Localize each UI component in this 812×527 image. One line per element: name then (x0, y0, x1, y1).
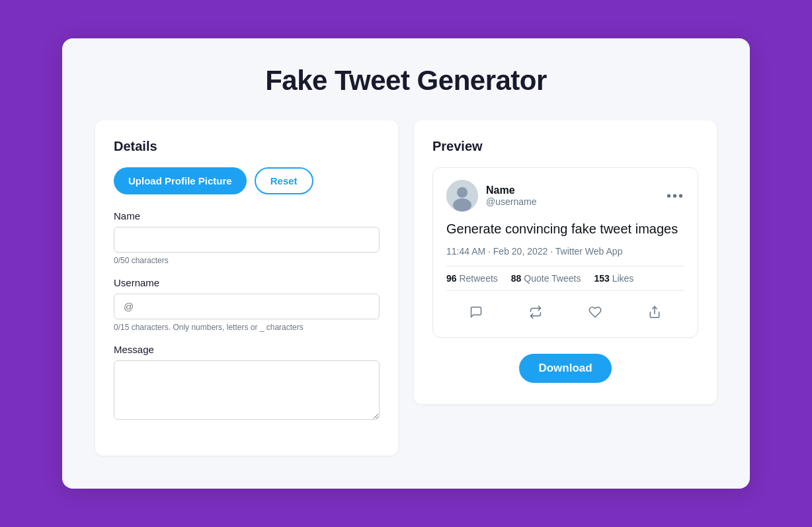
reset-button[interactable]: Reset (255, 167, 313, 194)
message-textarea[interactable] (114, 360, 380, 420)
tweet-card: Name @username ••• Generate convincing f… (432, 167, 698, 338)
page-title: Fake Tweet Generator (95, 65, 717, 97)
columns-layout: Details Upload Profile Picture Reset Nam… (95, 120, 717, 456)
tweet-more-icon[interactable]: ••• (667, 188, 684, 204)
username-input[interactable] (114, 294, 380, 319)
action-buttons-row: Upload Profile Picture Reset (114, 167, 380, 194)
retweet-icon[interactable] (524, 300, 548, 324)
details-panel-title: Details (114, 139, 380, 154)
tweet-name: Name (486, 184, 536, 196)
tweet-actions (446, 298, 684, 327)
avatar (446, 180, 478, 212)
share-icon[interactable] (643, 300, 667, 324)
download-button[interactable]: Download (519, 354, 612, 383)
message-field-group: Message (114, 344, 380, 423)
quote-tweets-stat: 88 Quote Tweets (511, 273, 581, 284)
name-label: Name (114, 210, 380, 222)
preview-panel: Preview Name @username (414, 120, 717, 404)
username-label: Username (114, 277, 380, 288)
tweet-user-info: Name @username (486, 184, 536, 208)
tweet-header: Name @username ••• (446, 180, 684, 212)
like-icon[interactable] (583, 300, 607, 324)
svg-point-2 (453, 198, 471, 212)
name-hint: 0/50 characters (114, 256, 380, 265)
tweet-body: Generate convincing fake tweet images (446, 220, 684, 238)
tweet-user: Name @username (446, 180, 536, 212)
retweets-stat: 96 Retweets (446, 273, 498, 284)
preview-panel-title: Preview (432, 139, 698, 154)
svg-point-1 (457, 187, 467, 198)
username-field-group: Username 0/15 characters. Only numbers, … (114, 277, 380, 332)
username-hint: 0/15 characters. Only numbers, letters o… (114, 323, 380, 332)
name-field-group: Name 0/50 characters (114, 210, 380, 265)
upload-profile-picture-button[interactable]: Upload Profile Picture (114, 167, 247, 194)
tweet-meta: 11:44 AM · Feb 20, 2022 · Twitter Web Ap… (446, 246, 684, 257)
likes-stat: 153 Likes (594, 273, 633, 284)
tweet-handle: @username (486, 196, 536, 208)
message-label: Message (114, 344, 380, 355)
details-panel: Details Upload Profile Picture Reset Nam… (95, 120, 398, 456)
comment-icon[interactable] (464, 300, 488, 324)
tweet-stats: 96 Retweets 88 Quote Tweets 153 Likes (446, 266, 684, 291)
name-input[interactable] (114, 227, 380, 253)
main-card: Fake Tweet Generator Details Upload Prof… (62, 38, 750, 489)
